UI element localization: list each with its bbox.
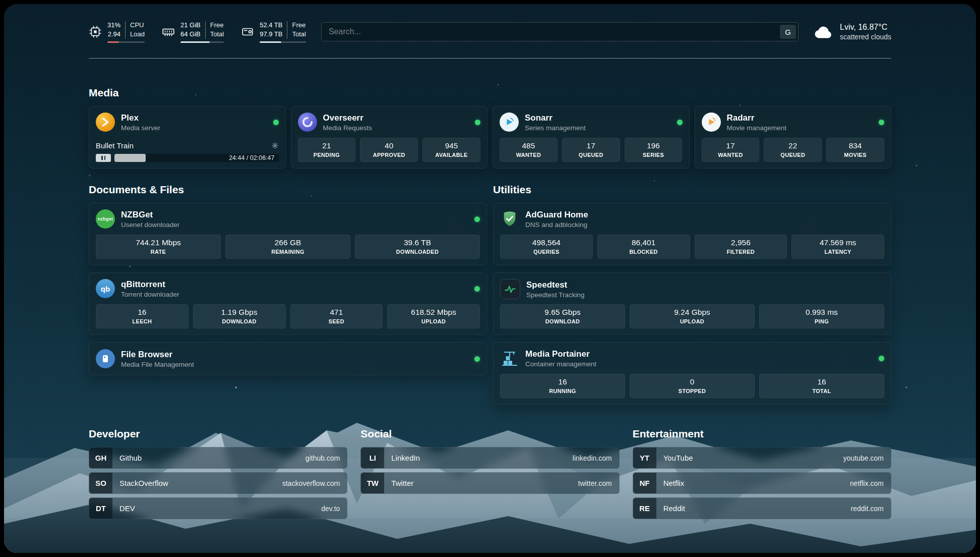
stat-filtered: 2,956 FILTERED [695,235,787,259]
bookmark-dev[interactable]: DT DEV dev.to [89,497,347,519]
stat-total: 16 TOTAL [759,374,884,398]
bookmark-name: DEV [112,504,135,513]
stat-movies: 834 MOVIES [826,138,884,162]
bookmark-abbr: LI [361,448,384,468]
ram-total-value: 64 GiB [180,30,201,39]
app-name: AdGuard Home [525,210,588,220]
stat-remaining: 266 GB REMAINING [225,235,350,259]
bookmark-url: github.com [305,454,347,462]
bookmark-reddit[interactable]: RE Reddit reddit.com [633,497,891,519]
stat-wanted: 17 WANTED [702,138,760,162]
app-subtitle: Torrent downloader [121,291,179,298]
status-dot [474,286,480,292]
app-card-adguard[interactable]: AdGuard Home DNS and adblocking 498,564 … [493,203,891,265]
bookmark-url: linkedin.com [573,454,619,462]
stat-approved: 40 APPROVED [360,138,418,162]
app-subtitle: Container management [525,360,596,368]
nzbget-icon: nzbget [96,209,115,229]
bookmark-stackoverflow[interactable]: SO StackOverflow stackoverflow.com [89,472,347,494]
app-subtitle: Media File Management [121,361,194,368]
app-subtitle: Media Requests [323,124,373,132]
bookmark-url: youtube.com [843,454,891,462]
section-title-social: Social [360,428,619,440]
bookmark-github[interactable]: GH Github github.com [89,447,347,469]
stat-download: 1.19 Gbps DOWNLOAD [193,304,286,328]
bookmark-youtube[interactable]: YT YouTube youtube.com [633,447,891,469]
bookmark-name: Twitter [384,479,413,487]
bookmark-name: YouTube [656,454,693,462]
bookmark-url: reddit.com [851,505,891,513]
bookmark-url: stackoverflow.com [282,479,347,487]
bookmark-netflix[interactable]: NF Netflix netflix.com [633,472,891,494]
stat-seed: 471 SEED [290,304,383,328]
app-card-filebrowser[interactable]: File Browser Media File Management [89,342,487,375]
disk-free-value: 52.4 TB [260,21,282,30]
bookmark-url: dev.to [321,505,347,513]
app-subtitle: Series management [525,124,586,132]
stat-running: 16 RUNNING [500,374,625,398]
section-title-developer: Developer [89,428,347,440]
bookmark-name: Github [112,454,142,462]
stat-ping: 0.993 ms PING [759,304,884,328]
stat-available: 945 AVAILABLE [422,138,480,162]
app-subtitle: Movie management [727,124,787,132]
stat-series: 196 SERIES [625,138,683,162]
app-name: Sonarr [525,113,586,123]
app-card-qbittorrent[interactable]: qb qBittorrent Torrent downloader 16 LEE… [89,272,487,335]
bookmark-name: Netflix [656,479,685,487]
stat-rate: 744.21 Mbps RATE [96,235,221,259]
bookmark-url: twitter.com [578,479,619,487]
disk-progressbar [260,41,306,43]
now-playing-title: Bullet Train [96,141,134,150]
bookmark-abbr: NF [633,473,656,493]
disk-total-label: Total [292,30,305,39]
stat-leech: 16 LEECH [96,304,189,328]
section-title-documents: Documents & Files [89,184,487,196]
stat-upload: 9.24 Gbps UPLOAD [630,304,755,328]
adguard-icon [500,209,519,229]
app-card-radarr[interactable]: Radarr Movie management 17 WANTED 22 QUE… [695,106,892,169]
search-engine-button[interactable]: G [780,25,796,39]
bookmark-name: Reddit [656,504,685,513]
bookmark-name: LinkedIn [384,454,420,462]
stat-downloaded: 39.6 TB DOWNLOADED [355,235,480,259]
documents-column: Documents & Files nzbget NZBGet Usenet d… [89,184,487,405]
app-card-overseerr[interactable]: Overseerr Media Requests 21 PENDING 40 A… [291,106,488,169]
cpu-load-label: Load [130,30,145,39]
bookmarks-developer: Developer GH Github github.com SO StackO… [89,428,347,523]
app-card-speedtest[interactable]: Speedtest Speedtest Tracking 9.65 Gbps D… [493,272,891,335]
app-card-nzbget[interactable]: nzbget NZBGet Usenet downloader 744.21 M… [89,203,487,265]
gear-icon[interactable] [271,142,279,149]
bookmark-linkedin[interactable]: LI LinkedIn linkedin.com [360,447,619,469]
app-name: Speedtest [526,280,585,290]
app-subtitle: DNS and adblocking [525,221,588,229]
status-dot [474,216,480,222]
app-name: qBittorrent [121,280,179,290]
app-card-sonarr[interactable]: Sonarr Series management 485 WANTED 17 Q… [493,106,690,169]
plex-now-playing: Bullet Train [96,141,279,162]
disk-total-value: 97.9 TB [260,30,282,39]
qbittorrent-icon: qb [96,279,115,298]
bookmark-abbr: YT [633,448,656,468]
status-dot [879,120,884,125]
cpu-progressbar [107,41,145,43]
search-bar: G [321,22,799,41]
stat-wanted: 485 WANTED [500,138,558,162]
dashboard-root: 31% 2.94 CPU Load [4,4,976,553]
system-metrics: 31% 2.94 CPU Load [89,21,306,43]
pause-button[interactable] [96,154,111,162]
stat-queued: 17 QUEUED [562,138,620,162]
status-dot [474,356,480,362]
ram-total-label: Total [210,30,224,39]
app-card-plex[interactable]: Plex Media server Bullet Train [89,106,286,169]
app-subtitle: Speedtest Tracking [526,291,585,299]
playback-progressbar[interactable]: 24:44 / 02:06:47 [114,154,279,162]
app-name: NZBGet [121,210,179,220]
ram-free-label: Free [210,21,224,30]
search-input[interactable] [321,22,799,41]
app-name: Media Portainer [525,349,596,359]
app-card-portainer[interactable]: Media Portainer Container management 16 … [493,342,891,405]
ram-free-value: 21 GiB [180,21,201,30]
bookmark-twitter[interactable]: TW Twitter twitter.com [360,472,619,494]
utilities-column: Utilities [493,184,891,405]
